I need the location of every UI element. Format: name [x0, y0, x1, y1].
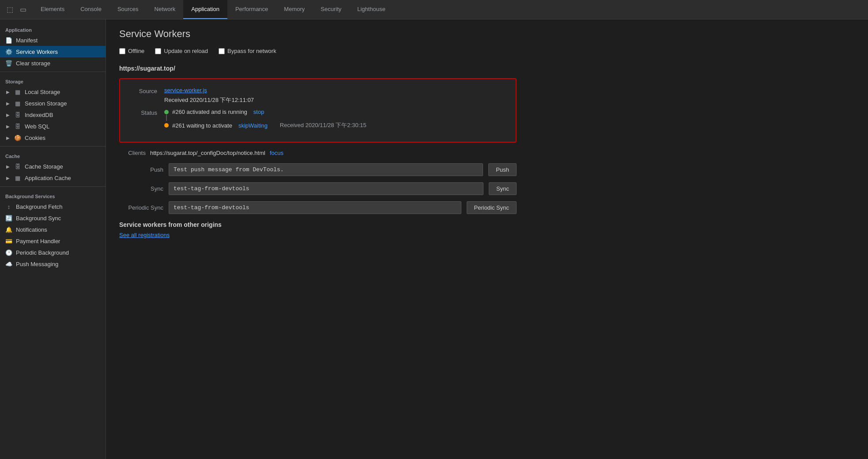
- sw-info-box: Source service-worker.js Received 2020/1…: [119, 78, 517, 143]
- tab-console[interactable]: Console: [72, 0, 109, 19]
- chevron-icon-web-sql: ▶: [5, 124, 11, 129]
- periodic-sync-input[interactable]: [169, 201, 461, 214]
- sidebar-item-web-sql[interactable]: ▶ 🗄 Web SQL: [0, 120, 106, 132]
- sidebar-divider-2: [0, 146, 106, 147]
- periodic-sync-label: Periodic Sync: [119, 204, 163, 211]
- session-storage-icon: ▦: [14, 100, 21, 107]
- top-bar-icons: ⬚ ▭: [0, 5, 33, 14]
- cache-storage-icon: 🗄: [14, 163, 21, 170]
- periodic-background-icon: 🕐: [5, 249, 12, 256]
- sidebar-item-periodic-background[interactable]: 🕐 Periodic Background: [0, 247, 106, 258]
- sidebar-item-background-sync[interactable]: 🔄 Background Sync: [0, 212, 106, 224]
- focus-link[interactable]: focus: [270, 150, 283, 156]
- sidebar-item-background-fetch[interactable]: ↕ Background Fetch: [0, 201, 106, 212]
- status-label: Status: [131, 109, 157, 116]
- update-on-reload-checkbox-label[interactable]: Update on reload: [155, 48, 208, 54]
- push-input[interactable]: [169, 163, 483, 176]
- sidebar-item-local-storage-label: Local Storage: [25, 89, 60, 95]
- see-all-registrations-link[interactable]: See all registrations: [119, 232, 170, 238]
- push-label: Push: [119, 166, 163, 173]
- chevron-icon-application-cache: ▶: [5, 175, 11, 181]
- sidebar-item-local-storage[interactable]: ▶ ▦ Local Storage: [0, 86, 106, 98]
- sidebar-section-application: Application: [0, 23, 106, 34]
- sidebar-item-clear-storage[interactable]: 🗑️ Clear storage: [0, 57, 106, 69]
- tab-performance[interactable]: Performance: [227, 0, 276, 19]
- source-label: Source: [131, 87, 157, 94]
- sidebar-item-background-fetch-label: Background Fetch: [16, 203, 63, 210]
- top-bar-tabs: Elements Console Sources Network Applica…: [33, 0, 393, 19]
- bypass-for-network-label: Bypass for network: [227, 48, 276, 54]
- push-button[interactable]: Push: [488, 163, 517, 176]
- manifest-icon: 📄: [5, 37, 12, 44]
- application-cache-icon: ▦: [14, 174, 21, 181]
- sidebar-item-notifications[interactable]: 🔔 Notifications: [0, 224, 106, 235]
- chevron-icon-indexeddb: ▶: [5, 112, 11, 117]
- sidebar-item-push-messaging[interactable]: ☁️ Push Messaging: [0, 258, 106, 270]
- bypass-for-network-checkbox-label[interactable]: Bypass for network: [219, 48, 276, 54]
- sidebar-section-cache: Cache: [0, 149, 106, 161]
- status-connector: [166, 115, 167, 121]
- tab-application[interactable]: Application: [183, 0, 227, 19]
- origin-url: https://sugarat.top/: [119, 65, 855, 72]
- sidebar-item-manifest-label: Manifest: [16, 37, 38, 44]
- sidebar-item-notifications-label: Notifications: [16, 226, 47, 233]
- stop-link[interactable]: stop: [253, 109, 264, 115]
- sidebar-item-manifest[interactable]: 📄 Manifest: [0, 34, 106, 46]
- clients-label: Clients: [119, 150, 146, 156]
- tab-network[interactable]: Network: [147, 0, 184, 19]
- status-block: #260 activated and is running stop #261 …: [164, 109, 366, 129]
- sidebar-item-cache-storage[interactable]: ▶ 🗄 Cache Storage: [0, 161, 106, 172]
- page-title: Service Workers: [119, 28, 855, 40]
- offline-checkbox-label[interactable]: Offline: [119, 48, 144, 54]
- payment-handler-icon: 💳: [5, 237, 12, 245]
- status-waiting-item: #261 waiting to activate skipWaiting Rec…: [164, 121, 366, 129]
- sidebar-item-service-workers[interactable]: ⚙️ Service Workers: [0, 46, 106, 57]
- cursor-icon[interactable]: ⬚: [5, 5, 14, 14]
- content-area: Service Workers Offline Update on reload…: [106, 19, 868, 459]
- periodic-sync-button[interactable]: Periodic Sync: [467, 201, 517, 214]
- offline-label: Offline: [128, 48, 144, 54]
- tab-sources[interactable]: Sources: [109, 0, 147, 19]
- bypass-for-network-checkbox[interactable]: [219, 48, 225, 54]
- source-file-link[interactable]: service-worker.js: [164, 87, 207, 94]
- sidebar-item-payment-handler-label: Payment Handler: [16, 238, 60, 245]
- tab-security[interactable]: Security: [313, 0, 349, 19]
- cookies-icon: 🍪: [14, 134, 21, 141]
- update-on-reload-label: Update on reload: [164, 48, 208, 54]
- sync-button[interactable]: Sync: [489, 182, 517, 195]
- background-fetch-icon: ↕: [5, 203, 12, 210]
- sidebar: Application 📄 Manifest ⚙️ Service Worker…: [0, 19, 106, 459]
- notifications-icon: 🔔: [5, 226, 12, 233]
- push-row: Push Push: [119, 163, 517, 176]
- clients-url: https://sugarat.top/_configDoc/top/notic…: [150, 150, 265, 156]
- status-dot-green: [164, 110, 169, 114]
- clients-row: Clients https://sugarat.top/_configDoc/t…: [119, 150, 855, 156]
- sync-input[interactable]: [169, 182, 483, 195]
- received-timestamp: Received 2020/11/28 下午12:11:07: [164, 96, 254, 104]
- sidebar-item-indexeddb[interactable]: ▶ 🗄 IndexedDB: [0, 109, 106, 120]
- local-storage-icon: ▦: [14, 88, 21, 95]
- skip-waiting-link[interactable]: skipWaiting: [238, 122, 268, 129]
- checkbox-row: Offline Update on reload Bypass for netw…: [119, 48, 855, 54]
- device-icon[interactable]: ▭: [19, 5, 27, 14]
- sidebar-item-payment-handler[interactable]: 💳 Payment Handler: [0, 235, 106, 247]
- sidebar-item-web-sql-label: Web SQL: [25, 123, 49, 130]
- sidebar-item-application-cache[interactable]: ▶ ▦ Application Cache: [0, 172, 106, 184]
- sidebar-item-cookies[interactable]: ▶ 🍪 Cookies: [0, 132, 106, 143]
- chevron-icon-cache-storage: ▶: [5, 164, 11, 169]
- service-workers-icon: ⚙️: [5, 48, 12, 55]
- tab-lighthouse[interactable]: Lighthouse: [349, 0, 393, 19]
- clear-storage-icon: 🗑️: [5, 60, 12, 67]
- sidebar-divider-3: [0, 186, 106, 187]
- sidebar-item-indexeddb-label: IndexedDB: [25, 112, 53, 118]
- status-running-text: #260 activated and is running: [172, 109, 247, 115]
- sidebar-item-cache-storage-label: Cache Storage: [25, 163, 63, 170]
- tab-memory[interactable]: Memory: [276, 0, 313, 19]
- top-bar: ⬚ ▭ Elements Console Sources Network App…: [0, 0, 868, 19]
- sidebar-item-session-storage-label: Session Storage: [25, 100, 67, 107]
- offline-checkbox[interactable]: [119, 48, 125, 54]
- background-sync-icon: 🔄: [5, 214, 12, 222]
- sidebar-item-session-storage[interactable]: ▶ ▦ Session Storage: [0, 98, 106, 109]
- update-on-reload-checkbox[interactable]: [155, 48, 161, 54]
- tab-elements[interactable]: Elements: [33, 0, 72, 19]
